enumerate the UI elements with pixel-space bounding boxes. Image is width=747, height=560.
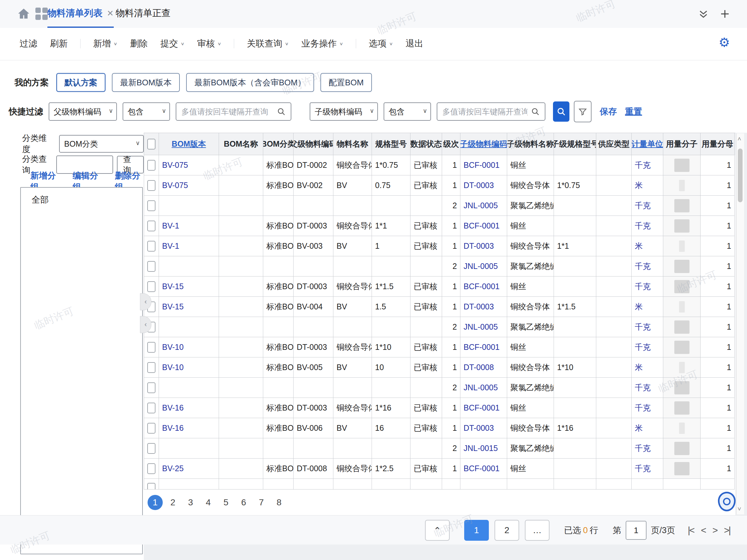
home-icon[interactable] [17, 7, 30, 20]
next-page-icon[interactable]: > [712, 525, 717, 536]
column-header-bom-category[interactable]: BOM分类 [263, 133, 293, 155]
page-2-button[interactable]: 2 [494, 520, 519, 541]
row-checkbox[interactable] [147, 200, 155, 211]
select-all-checkbox[interactable] [147, 139, 155, 150]
scheme-latest-bom-button[interactable]: 最新BOM版本 [112, 73, 180, 92]
exit-button[interactable]: 退出 [406, 37, 423, 50]
apps-grid-icon[interactable] [35, 7, 48, 20]
cell-unit[interactable]: 千克 [632, 459, 663, 479]
column-header-level[interactable]: 级次 [442, 133, 460, 155]
cell-bom-version[interactable]: BV-16 [159, 418, 219, 438]
grid-page-6[interactable]: 6 [235, 498, 253, 508]
cell-unit[interactable]: 千克 [632, 155, 663, 175]
column-header-child-material-name[interactable]: 子级物料名称 [507, 133, 554, 155]
cell-bom-version[interactable]: BV-10 [159, 357, 219, 378]
child-op-select[interactable]: 包含 [384, 102, 431, 121]
first-page-icon[interactable]: |< [688, 525, 694, 536]
column-header-data-status[interactable]: 数据状态 [410, 133, 442, 155]
page-1-button[interactable]: 1 [464, 520, 489, 541]
row-checkbox[interactable] [147, 180, 155, 191]
cell-child-material-code[interactable]: JNL-0015 [460, 438, 507, 459]
cell-bom-version[interactable]: BV-16 [159, 398, 219, 418]
cell-bom-version[interactable]: BV-10 [159, 337, 219, 357]
cell-child-material-code[interactable]: JNL-0005 [460, 378, 507, 398]
last-page-icon[interactable]: >| [724, 525, 730, 536]
gear-icon[interactable]: ⚙ [719, 36, 730, 49]
cell-child-material-code[interactable]: JNL-0005 [460, 256, 507, 277]
grid-page-7[interactable]: 7 [253, 498, 270, 508]
submit-button[interactable]: 提交∨ [160, 37, 184, 50]
cell-unit[interactable]: 米 [632, 418, 663, 438]
cell-unit[interactable]: 千克 [632, 256, 663, 277]
cell-bom-version[interactable]: BV-1 [159, 216, 219, 236]
parent-op-select[interactable]: 包含 [123, 102, 170, 121]
cell-unit[interactable]: 千克 [632, 398, 663, 418]
row-checkbox[interactable] [147, 221, 155, 231]
tab-bom-query[interactable]: 物料清单正查 [115, 0, 171, 27]
cell-unit[interactable]: 千克 [632, 277, 663, 297]
cell-child-material-code[interactable]: BCF-0001 [460, 337, 507, 357]
column-header-child-spec-model[interactable]: 子级规格型号 [554, 133, 596, 155]
row-checkbox[interactable] [147, 463, 155, 474]
cell-child-material-code[interactable]: DT-0003 [460, 175, 507, 196]
grid-page-8[interactable]: 8 [270, 498, 288, 508]
double-chevron-down-icon[interactable] [698, 8, 709, 20]
row-checkbox[interactable] [147, 160, 155, 171]
column-header-qty-numerator[interactable]: 用量分子 [663, 133, 700, 155]
new-button[interactable]: 新增∨ [93, 37, 117, 50]
refresh-button[interactable]: 刷新 [50, 37, 68, 50]
delete-button[interactable]: 删除 [130, 37, 148, 50]
cell-unit[interactable]: 米 [632, 175, 663, 196]
reset-link[interactable]: 重置 [625, 106, 642, 117]
column-header-parent-material-code[interactable]: 父级物料编码 [293, 133, 333, 155]
grid-page-4[interactable]: 4 [199, 498, 217, 508]
cell-unit[interactable]: 千克 [632, 216, 663, 236]
cell-child-material-code[interactable]: DT-0003 [460, 236, 507, 256]
cell-unit[interactable]: 千克 [632, 337, 663, 357]
plus-icon[interactable] [719, 8, 730, 20]
tree-item-all[interactable]: 全部 [32, 194, 142, 205]
cell-bom-version[interactable]: BV-1 [159, 236, 219, 256]
cell-child-material-code[interactable]: DT-0008 [460, 357, 507, 378]
column-header-spec-model[interactable]: 规格型号 [372, 133, 410, 155]
column-header-supply-type[interactable]: 供应类型 [596, 133, 632, 155]
column-header-qty-denominator[interactable]: 用量分母 [700, 133, 735, 155]
child-search-input[interactable] [442, 107, 528, 117]
page-more-button[interactable]: … [525, 520, 549, 541]
cell-bom-version[interactable]: BV-15 [159, 297, 219, 317]
row-checkbox[interactable] [147, 483, 155, 490]
business-ops-button[interactable]: 业务操作∨ [302, 37, 343, 50]
scheme-config-bom-button[interactable]: 配置BOM [320, 73, 372, 92]
cell-bom-version[interactable]: BV-075 [159, 155, 219, 175]
cell-child-material-code[interactable]: DT-0003 [460, 418, 507, 438]
cell-child-material-code[interactable]: DT-0003 [460, 297, 507, 317]
row-checkbox[interactable] [147, 403, 155, 413]
advanced-filter-button[interactable] [574, 101, 592, 122]
scrollbar-thumb[interactable] [738, 149, 743, 202]
scroll-down-icon[interactable]: ˅ [738, 505, 741, 513]
cell-child-material-code[interactable]: BCF-0001 [460, 277, 507, 297]
cell-unit[interactable]: 米 [632, 357, 663, 378]
cell-bom-version[interactable]: BV-15 [159, 277, 219, 297]
parent-search-input[interactable] [181, 107, 274, 117]
options-button[interactable]: 选项∨ [369, 37, 393, 50]
audit-button[interactable]: 审核∨ [197, 37, 221, 50]
cell-child-material-code[interactable]: BCF-0001 [460, 398, 507, 418]
row-checkbox[interactable] [147, 261, 155, 272]
row-checkbox[interactable] [147, 241, 155, 252]
row-checkbox[interactable] [147, 362, 155, 373]
tab-bom-list[interactable]: 物料清单列表 ✕ [47, 0, 114, 28]
cell-unit[interactable]: 千克 [632, 317, 663, 337]
row-checkbox[interactable] [147, 281, 155, 292]
column-header-bom-version[interactable]: BOM版本 [159, 133, 219, 155]
child-field-select[interactable]: 子级物料编码 [310, 102, 378, 121]
cell-unit[interactable]: 千克 [632, 378, 663, 398]
row-checkbox[interactable] [147, 382, 155, 393]
scroll-up-icon[interactable]: ˄ [738, 135, 741, 143]
page-jump-input[interactable]: 1 [626, 521, 646, 540]
grid-page-2[interactable]: 2 [164, 498, 182, 508]
parent-field-select[interactable]: 父级物料编码 [49, 102, 117, 121]
cell-child-material-code[interactable]: BCF-0001 [460, 216, 507, 236]
scheme-latest-bom-incl-button[interactable]: 最新BOM版本（含会审BOM） [186, 73, 314, 92]
dimension-select[interactable]: BOM分类 [59, 135, 144, 153]
